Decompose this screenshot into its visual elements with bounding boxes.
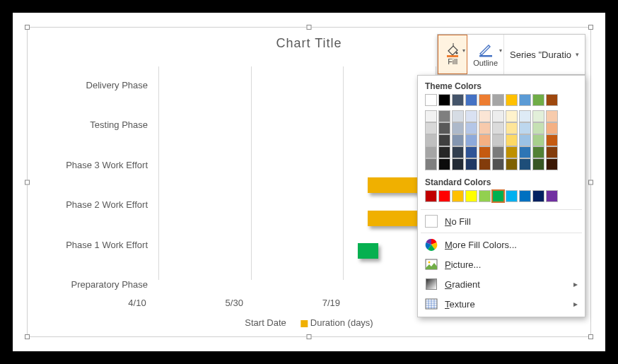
- color-swatch[interactable]: [506, 146, 518, 158]
- color-swatch[interactable]: [465, 110, 477, 122]
- color-swatch[interactable]: [506, 134, 518, 146]
- color-swatch[interactable]: [492, 158, 504, 170]
- chevron-down-icon: ▾: [462, 47, 465, 54]
- color-swatch[interactable]: [546, 110, 558, 122]
- color-swatch[interactable]: [425, 94, 437, 106]
- color-swatch[interactable]: [452, 158, 464, 170]
- color-swatch[interactable]: [425, 134, 437, 146]
- color-swatch[interactable]: [519, 146, 531, 158]
- resize-handle[interactable]: [588, 180, 593, 184]
- picture-icon: [425, 258, 438, 271]
- color-swatch[interactable]: [532, 134, 544, 146]
- color-swatch[interactable]: [506, 94, 518, 106]
- resize-handle[interactable]: [307, 25, 312, 30]
- color-swatch[interactable]: [465, 134, 477, 146]
- color-swatch[interactable]: [438, 134, 450, 146]
- color-swatch[interactable]: [425, 158, 437, 170]
- outline-button[interactable]: ▾ Outline: [467, 35, 504, 74]
- color-swatch[interactable]: [532, 190, 544, 202]
- color-swatch[interactable]: [465, 158, 477, 170]
- fill-dropdown-panel: Theme Colors Standard Colors No Fill Mor…: [417, 75, 585, 317]
- color-swatch[interactable]: [546, 190, 558, 202]
- color-swatch[interactable]: [438, 110, 450, 122]
- chart-legend[interactable]: Start Date Duration (days): [245, 317, 373, 328]
- gradient-fill-item[interactable]: Gradient ▸: [418, 274, 585, 294]
- color-swatch[interactable]: [479, 110, 491, 122]
- fill-label: Fill: [448, 57, 457, 66]
- texture-fill-item[interactable]: Texture ▸: [418, 294, 585, 314]
- color-swatch[interactable]: [519, 122, 531, 134]
- color-swatch[interactable]: [479, 94, 491, 106]
- color-swatch[interactable]: [452, 110, 464, 122]
- legend-item: Duration (days): [301, 317, 373, 328]
- color-swatch[interactable]: [452, 94, 464, 106]
- color-swatch[interactable]: [492, 146, 504, 158]
- color-swatch[interactable]: [532, 110, 544, 122]
- color-swatch[interactable]: [438, 146, 450, 158]
- no-fill-item[interactable]: No Fill: [418, 211, 585, 231]
- color-swatch[interactable]: [519, 190, 531, 202]
- resize-handle[interactable]: [588, 25, 593, 30]
- color-swatch[interactable]: [492, 190, 504, 202]
- fill-button[interactable]: ▾ Fill: [438, 35, 467, 74]
- resize-handle[interactable]: [25, 25, 30, 30]
- color-swatch[interactable]: [479, 190, 491, 202]
- mini-toolbar: ▾ Fill ▾ Outline Series "Duratio ▾: [437, 34, 585, 75]
- resize-handle[interactable]: [588, 334, 593, 339]
- color-swatch[interactable]: [452, 134, 464, 146]
- color-swatch[interactable]: [452, 122, 464, 134]
- color-swatch[interactable]: [546, 158, 558, 170]
- color-swatch[interactable]: [465, 94, 477, 106]
- theme-tint-row: [418, 158, 585, 176]
- resize-handle[interactable]: [25, 180, 30, 184]
- color-swatch[interactable]: [532, 146, 544, 158]
- color-swatch[interactable]: [425, 110, 437, 122]
- color-swatch[interactable]: [519, 158, 531, 170]
- color-swatch[interactable]: [492, 110, 504, 122]
- color-swatch[interactable]: [438, 94, 450, 106]
- color-swatch[interactable]: [492, 94, 504, 106]
- color-swatch[interactable]: [506, 190, 518, 202]
- color-swatch[interactable]: [465, 146, 477, 158]
- color-swatch[interactable]: [465, 122, 477, 134]
- color-swatch[interactable]: [452, 190, 464, 202]
- color-swatch[interactable]: [425, 190, 437, 202]
- color-swatch[interactable]: [479, 122, 491, 134]
- color-swatch[interactable]: [438, 190, 450, 202]
- color-swatch[interactable]: [546, 134, 558, 146]
- color-swatch[interactable]: [506, 158, 518, 170]
- theme-tint-row: [418, 134, 585, 146]
- color-swatch[interactable]: [546, 146, 558, 158]
- resize-handle[interactable]: [307, 334, 312, 339]
- color-swatch[interactable]: [425, 146, 437, 158]
- color-swatch[interactable]: [438, 158, 450, 170]
- series-selector[interactable]: Series "Duratio ▾: [504, 35, 585, 74]
- data-bar[interactable]: [358, 243, 378, 259]
- color-swatch[interactable]: [546, 94, 558, 106]
- color-swatch[interactable]: [492, 134, 504, 146]
- color-swatch[interactable]: [506, 110, 518, 122]
- theme-colors-label: Theme Colors: [418, 80, 585, 94]
- color-swatch[interactable]: [532, 94, 544, 106]
- color-swatch[interactable]: [425, 122, 437, 134]
- color-swatch[interactable]: [479, 158, 491, 170]
- color-swatch[interactable]: [465, 190, 477, 202]
- color-swatch[interactable]: [519, 94, 531, 106]
- color-swatch[interactable]: [492, 122, 504, 134]
- y-label: Testing Phase: [49, 119, 155, 131]
- y-axis-labels: Delivery Phase Testing Phase Phase 3 Wor…: [49, 79, 155, 294]
- color-swatch[interactable]: [438, 122, 450, 134]
- picture-fill-item[interactable]: Picture...: [418, 254, 585, 274]
- color-swatch[interactable]: [519, 134, 531, 146]
- color-swatch[interactable]: [506, 122, 518, 134]
- color-swatch[interactable]: [479, 134, 491, 146]
- resize-handle[interactable]: [25, 334, 30, 339]
- color-swatch[interactable]: [452, 146, 464, 158]
- color-swatch[interactable]: [532, 158, 544, 170]
- more-fill-colors-item[interactable]: More Fill Colors...: [418, 235, 585, 254]
- color-swatch[interactable]: [546, 122, 558, 134]
- color-swatch[interactable]: [532, 122, 544, 134]
- color-swatch[interactable]: [479, 146, 491, 158]
- color-swatch[interactable]: [519, 110, 531, 122]
- theme-tint-row: [418, 146, 585, 158]
